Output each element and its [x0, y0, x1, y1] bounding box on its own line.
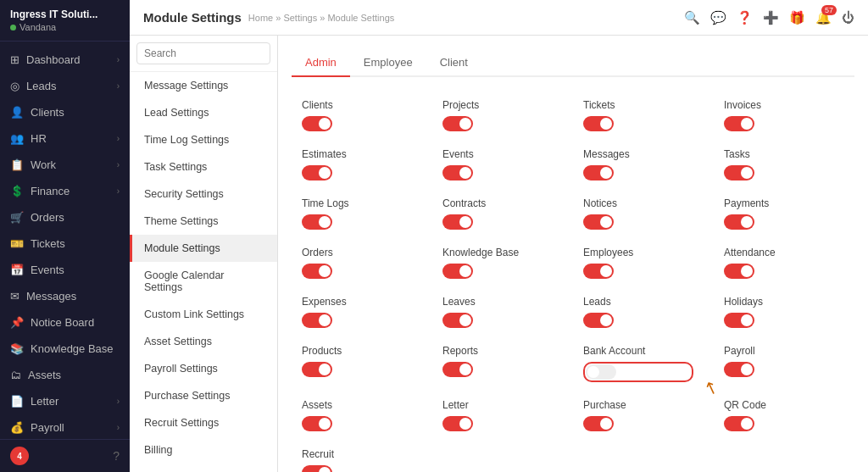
plus-icon[interactable]: ➕: [763, 10, 779, 25]
middle-nav-item[interactable]: Custom Link Settings: [130, 301, 277, 328]
sidebar-item-messages[interactable]: ✉ Messages: [0, 283, 130, 309]
module-label: Notices: [583, 197, 704, 209]
user-name: Vandana: [19, 22, 56, 32]
sidebar-item-assets[interactable]: 🗂 Assets: [0, 362, 130, 388]
module-toggle[interactable]: [442, 264, 473, 279]
module-toggle[interactable]: [302, 362, 332, 377]
module-toggle[interactable]: [724, 313, 754, 328]
sidebar-item-tickets[interactable]: 🎫 Tickets: [0, 230, 130, 257]
module-toggle[interactable]: [302, 313, 332, 328]
module-label: Expenses: [302, 296, 422, 308]
settings-panel: AdminEmployeeClient ClientsProjectsTicke…: [278, 36, 868, 472]
module-toggle[interactable]: [442, 416, 473, 431]
module-item: Recruit: [292, 440, 432, 472]
middle-nav-item[interactable]: Lead Settings: [130, 99, 277, 126]
sidebar-item-left: 🗂 Assets: [10, 369, 61, 381]
search-icon[interactable]: 🔍: [684, 10, 700, 25]
middle-nav-item[interactable]: Purchase Settings: [130, 382, 277, 409]
gift-icon[interactable]: 🎁: [789, 10, 805, 25]
sidebar-item-letter[interactable]: 📄 Letter ›: [0, 388, 130, 414]
chat-icon[interactable]: 💬: [710, 10, 726, 25]
sidebar-item-events[interactable]: 📅 Events: [0, 257, 130, 283]
module-toggle[interactable]: [583, 214, 614, 230]
module-item: Leads: [573, 287, 714, 336]
notification-icon[interactable]: 🔔 57: [815, 10, 832, 25]
sidebar-item-label: Orders: [31, 211, 64, 224]
sidebar-item-left: 📄 Letter: [10, 395, 58, 408]
sidebar-item-dashboard[interactable]: ⊞ Dashboard ›: [0, 47, 130, 73]
module-toggle[interactable]: [442, 165, 473, 180]
sidebar-item-left: 📅 Events: [10, 264, 64, 276]
module-label: Holidays: [724, 296, 844, 308]
module-toggle[interactable]: [302, 264, 332, 279]
module-toggle[interactable]: [724, 165, 754, 180]
module-toggle[interactable]: [442, 362, 473, 377]
module-toggle[interactable]: [302, 116, 332, 131]
module-toggle[interactable]: [302, 465, 332, 472]
sidebar-item-leads[interactable]: ◎ Leads ›: [0, 73, 130, 99]
module-toggle[interactable]: [583, 264, 614, 279]
middle-nav-item[interactable]: Recruit Settings: [130, 409, 277, 436]
module-label: Recruit: [302, 448, 422, 460]
module-toggle[interactable]: [302, 214, 332, 230]
sidebar-item-label: Leads: [26, 80, 56, 92]
module-toggle[interactable]: [583, 116, 614, 131]
middle-nav-item[interactable]: Message Settings: [130, 72, 277, 99]
middle-nav-item[interactable]: Payroll Settings: [130, 355, 277, 382]
sidebar-item-orders[interactable]: 🛒 Orders: [0, 204, 130, 230]
middle-nav-item[interactable]: Theme Settings: [130, 208, 277, 235]
module-item: Employees: [573, 238, 714, 287]
sidebar-item-knowledge-base[interactable]: 📚 Knowledge Base: [0, 336, 130, 362]
middle-nav-item[interactable]: Task Settings: [130, 153, 277, 180]
module-label: Bank Account: [583, 345, 704, 357]
sidebar-item-clients[interactable]: 👤 Clients: [0, 99, 130, 125]
module-label: Time Logs: [302, 197, 422, 209]
module-toggle[interactable]: [442, 313, 473, 328]
sidebar-item-payroll[interactable]: 💰 Payroll ›: [0, 414, 130, 439]
module-toggle[interactable]: [442, 214, 473, 230]
sidebar-item-icon: 📚: [10, 342, 24, 355]
module-label: Messages: [583, 148, 704, 160]
module-label: Tickets: [583, 99, 704, 111]
sidebar-item-label: Knowledge Base: [31, 342, 114, 355]
middle-nav-item[interactable]: Google Calendar Settings: [130, 262, 277, 301]
sidebar-item-left: 📌 Notice Board: [10, 316, 94, 329]
module-toggle[interactable]: [724, 214, 754, 230]
middle-nav-item[interactable]: Time Log Settings: [130, 126, 277, 153]
middle-nav-item[interactable]: Billing: [130, 436, 277, 464]
highlighted-toggle-container: [583, 362, 693, 382]
help-circle-icon[interactable]: ❓: [737, 10, 753, 25]
module-item: Notices: [573, 189, 714, 238]
module-toggle[interactable]: [724, 416, 754, 431]
tab-admin[interactable]: Admin: [292, 49, 350, 77]
module-toggle[interactable]: [442, 116, 473, 131]
sidebar-item-left: ◎ Leads: [10, 80, 56, 92]
nav-search-input[interactable]: [136, 42, 270, 64]
sidebar-item-finance[interactable]: 💲 Finance ›: [0, 178, 130, 204]
module-toggle[interactable]: [583, 313, 614, 328]
module-toggle[interactable]: [724, 116, 754, 131]
module-item: Clients: [292, 91, 432, 140]
module-toggle[interactable]: [583, 416, 614, 431]
sidebar-item-hr[interactable]: 👥 HR ›: [0, 125, 130, 152]
middle-nav-item[interactable]: Asset Settings: [130, 328, 277, 355]
module-toggle[interactable]: [724, 362, 754, 377]
module-toggle[interactable]: [583, 165, 614, 180]
module-item: Knowledge Base: [432, 238, 573, 287]
power-icon[interactable]: ⏻: [842, 10, 854, 25]
module-toggle[interactable]: [724, 264, 754, 279]
tab-client[interactable]: Client: [426, 49, 481, 77]
help-icon[interactable]: ?: [113, 449, 120, 463]
module-toggle[interactable]: [302, 416, 332, 431]
sidebar-item-work[interactable]: 📋 Work ›: [0, 152, 130, 178]
tab-employee[interactable]: Employee: [350, 49, 426, 77]
sidebar-nav: ⊞ Dashboard › ◎ Leads › 👤 Clients 👥 HR ›…: [0, 42, 130, 439]
middle-nav-item[interactable]: Security Settings: [130, 180, 277, 208]
sidebar-item-notice-board[interactable]: 📌 Notice Board: [0, 309, 130, 336]
tabs-container: AdminEmployeeClient: [292, 49, 854, 77]
bank-account-toggle[interactable]: [586, 364, 616, 380]
module-item: Projects: [432, 91, 573, 140]
module-label: Tasks: [724, 148, 844, 160]
module-toggle[interactable]: [302, 165, 332, 180]
middle-nav-item[interactable]: Module Settings: [130, 235, 277, 262]
